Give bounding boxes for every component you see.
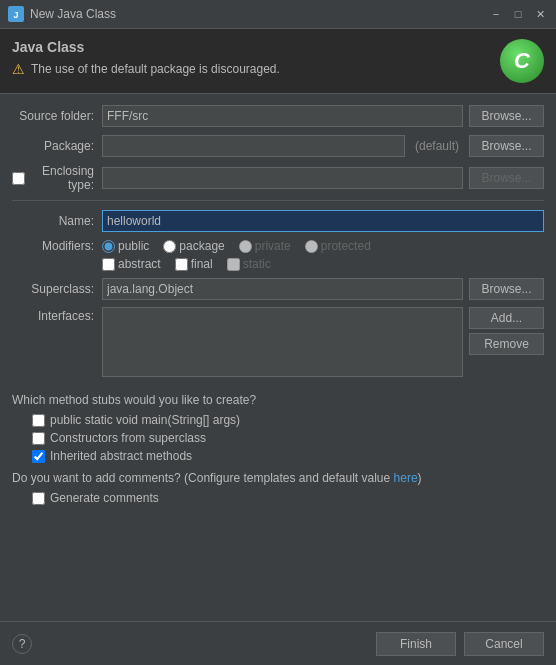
package-default-text: (default): [415, 139, 459, 153]
modifier-private-radio[interactable]: [239, 240, 252, 253]
superclass-label: Superclass:: [12, 282, 102, 296]
modifier-public-radio[interactable]: [102, 240, 115, 253]
interfaces-row: Interfaces: Add... Remove: [12, 307, 544, 377]
package-browse-button[interactable]: Browse...: [469, 135, 544, 157]
interfaces-list[interactable]: [102, 307, 463, 377]
interfaces-remove-button[interactable]: Remove: [469, 333, 544, 355]
interfaces-add-button[interactable]: Add...: [469, 307, 544, 329]
superclass-browse-button[interactable]: Browse...: [469, 278, 544, 300]
modifier-protected-radio[interactable]: [305, 240, 318, 253]
modifier-abstract[interactable]: abstract: [102, 257, 161, 271]
enclosing-type-input-group: Browse...: [102, 167, 544, 189]
modifier-final-checkbox[interactable]: [175, 258, 188, 271]
stub-inherited-checkbox[interactable]: [32, 450, 45, 463]
modifier-static[interactable]: static: [227, 257, 271, 271]
generate-comments-label[interactable]: Generate comments: [12, 491, 544, 505]
warning-text: The use of the default package is discou…: [31, 62, 280, 76]
modifiers-extra-row: abstract final static: [102, 257, 371, 271]
warning-message: ⚠ The use of the default package is disc…: [12, 61, 280, 77]
method-stubs-options: public static void main(String[] args) C…: [12, 413, 544, 463]
form-section: Source folder: Browse... Package: (defau…: [0, 94, 556, 393]
header-left: Java Class ⚠ The use of the default pack…: [12, 39, 280, 77]
package-input[interactable]: [102, 135, 405, 157]
source-folder-browse-button[interactable]: Browse...: [469, 105, 544, 127]
warning-icon: ⚠: [12, 61, 25, 77]
modifier-static-checkbox[interactable]: [227, 258, 240, 271]
dialog-header: Java Class ⚠ The use of the default pack…: [0, 29, 556, 94]
name-row: Name:: [12, 209, 544, 233]
modifier-package-radio[interactable]: [163, 240, 176, 253]
source-folder-input[interactable]: [102, 105, 463, 127]
modifiers-section: public package private protected: [102, 239, 371, 271]
package-label: Package:: [12, 139, 102, 153]
finish-button[interactable]: Finish: [376, 632, 456, 656]
maximize-button[interactable]: □: [510, 6, 526, 22]
source-folder-row: Source folder: Browse...: [12, 104, 544, 128]
source-folder-label: Source folder:: [12, 109, 102, 123]
method-stubs-question: Which method stubs would you like to cre…: [12, 393, 544, 407]
comments-question: Do you want to add comments? (Configure …: [12, 471, 544, 485]
stub-constructors[interactable]: Constructors from superclass: [32, 431, 544, 445]
modifiers-label: Modifiers:: [12, 239, 102, 253]
modifiers-row: Modifiers: public package private protec…: [12, 239, 544, 271]
superclass-input[interactable]: [102, 278, 463, 300]
modifier-package[interactable]: package: [163, 239, 224, 253]
stub-main-checkbox[interactable]: [32, 414, 45, 427]
title-bar-controls: − □ ✕: [488, 6, 548, 22]
minimize-button[interactable]: −: [488, 6, 504, 22]
footer-left: ?: [12, 634, 32, 654]
interfaces-buttons: Add... Remove: [469, 307, 544, 355]
modifiers-access-row: public package private protected: [102, 239, 371, 253]
footer-right: Finish Cancel: [376, 632, 544, 656]
interfaces-input-group: Add... Remove: [102, 307, 544, 377]
superclass-row: Superclass: Browse...: [12, 277, 544, 301]
name-label: Name:: [12, 214, 102, 228]
method-stubs-section: Which method stubs would you like to cre…: [0, 393, 556, 463]
app-icon: J: [8, 6, 24, 22]
modifier-protected[interactable]: protected: [305, 239, 371, 253]
comments-section: Do you want to add comments? (Configure …: [0, 463, 556, 505]
stub-inherited[interactable]: Inherited abstract methods: [32, 449, 544, 463]
modifier-public[interactable]: public: [102, 239, 149, 253]
svg-text:J: J: [13, 10, 18, 20]
close-button[interactable]: ✕: [532, 6, 548, 22]
enclosing-type-row: Enclosing type: Browse...: [12, 164, 544, 192]
form-separator-1: [12, 200, 544, 201]
package-row: Package: (default) Browse...: [12, 134, 544, 158]
modifier-final[interactable]: final: [175, 257, 213, 271]
source-folder-input-group: Browse...: [102, 105, 544, 127]
modifier-abstract-checkbox[interactable]: [102, 258, 115, 271]
interfaces-label: Interfaces:: [12, 307, 102, 323]
generate-comments-checkbox[interactable]: [32, 492, 45, 505]
title-bar-text: New Java Class: [30, 7, 488, 21]
enclosing-type-label: Enclosing type:: [12, 164, 102, 192]
stub-main[interactable]: public static void main(String[] args): [32, 413, 544, 427]
title-bar: J New Java Class − □ ✕: [0, 0, 556, 29]
name-input-group: [102, 210, 544, 232]
superclass-input-group: Browse...: [102, 278, 544, 300]
package-input-group: (default) Browse...: [102, 135, 544, 157]
enclosing-type-browse-button[interactable]: Browse...: [469, 167, 544, 189]
enclosing-type-input[interactable]: [102, 167, 463, 189]
name-input[interactable]: [102, 210, 544, 232]
modifier-private[interactable]: private: [239, 239, 291, 253]
java-logo: C: [500, 39, 544, 83]
stub-constructors-checkbox[interactable]: [32, 432, 45, 445]
dialog-footer: ? Finish Cancel: [0, 621, 556, 665]
comments-here-link[interactable]: here: [394, 471, 418, 485]
help-button[interactable]: ?: [12, 634, 32, 654]
enclosing-type-checkbox[interactable]: [12, 172, 25, 185]
dialog-title: Java Class: [12, 39, 280, 55]
cancel-button[interactable]: Cancel: [464, 632, 544, 656]
